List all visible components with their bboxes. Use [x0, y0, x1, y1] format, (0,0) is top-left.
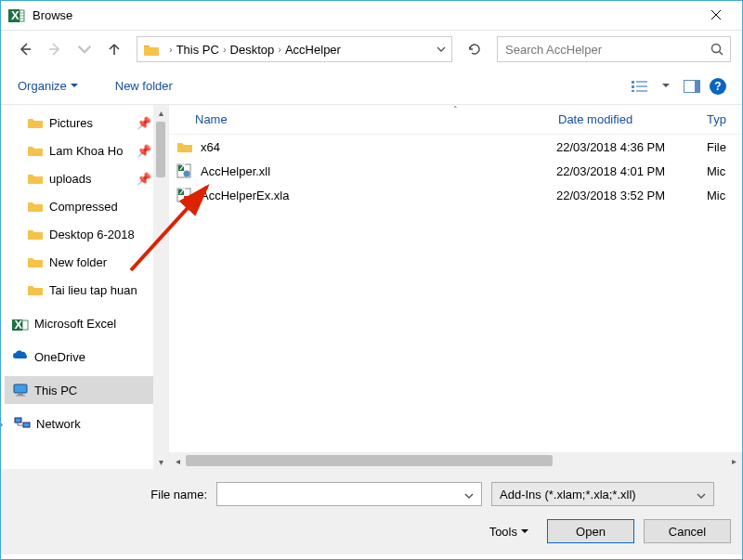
main-area: Pictures 📌 Lam Khoa Ho 📌 uploads 📌 Compr…: [1, 105, 742, 469]
svg-text:X: X: [15, 318, 23, 332]
tree-item-network[interactable]: › Network: [5, 410, 153, 437]
excel-icon: X: [12, 317, 29, 330]
new-folder-label: New folder: [115, 79, 173, 93]
file-name: x64: [201, 140, 556, 154]
cancel-label: Cancel: [669, 525, 706, 539]
scroll-thumb[interactable]: [156, 122, 165, 177]
column-name[interactable]: Name: [176, 112, 558, 126]
recent-dropdown[interactable]: [72, 36, 98, 62]
window-title: Browse: [33, 8, 697, 22]
onedrive-icon: [12, 350, 29, 363]
excel-icon: X: [8, 7, 25, 24]
title-bar: X Browse: [1, 1, 742, 31]
svg-text:X: X: [11, 8, 20, 22]
tree-item-label: Compressed: [49, 200, 118, 214]
back-button[interactable]: [12, 36, 38, 62]
command-bar: Organize New folder ?: [1, 68, 742, 105]
scroll-track[interactable]: [186, 455, 725, 466]
tree-item[interactable]: Compressed: [5, 192, 153, 220]
file-row-folder[interactable]: x64 22/03/2018 4:36 PM File: [169, 135, 742, 159]
tree-item-excel[interactable]: X Microsoft Excel: [5, 309, 153, 337]
folder-icon: [143, 43, 160, 56]
file-date: 22/03/2018 4:01 PM: [556, 164, 707, 178]
tree-item[interactable]: Tai lieu tap huan: [5, 276, 153, 304]
svg-rect-35: [184, 196, 189, 201]
folder-icon: [27, 255, 44, 268]
preview-pane-button[interactable]: [679, 73, 705, 99]
breadcrumb[interactable]: › This PC › Desktop › AccHelper: [137, 36, 452, 62]
tree-item[interactable]: Desktop 6-2018: [5, 220, 153, 248]
chevron-down-icon[interactable]: [461, 488, 477, 501]
view-dropdown[interactable]: [653, 73, 679, 99]
tree-item-label: OneDrive: [34, 350, 85, 364]
scroll-right-icon[interactable]: ▸: [725, 456, 742, 466]
tree-view[interactable]: Pictures 📌 Lam Khoa Ho 📌 uploads 📌 Compr…: [1, 105, 153, 441]
file-type: Mic: [707, 189, 735, 202]
folder-icon: [27, 200, 44, 213]
help-icon: ?: [710, 78, 726, 95]
open-button[interactable]: Open: [547, 519, 634, 543]
organize-menu[interactable]: Organize: [12, 75, 84, 97]
file-type-filter[interactable]: Add-Ins (*.xlam;*.xla;*.xll): [491, 482, 714, 506]
svg-rect-27: [23, 423, 30, 427]
svg-rect-23: [14, 384, 27, 393]
breadcrumb-segment[interactable]: This PC: [176, 43, 219, 57]
navigation-pane: Pictures 📌 Lam Khoa Ho 📌 uploads 📌 Compr…: [1, 105, 168, 469]
file-type: Mic: [707, 164, 735, 178]
tree-item-onedrive[interactable]: OneDrive: [5, 343, 153, 371]
refresh-button[interactable]: [462, 36, 488, 62]
tree-item-label: Lam Khoa Ho: [49, 144, 124, 158]
tree-item-label: Desktop 6-2018: [49, 228, 135, 241]
filename-input[interactable]: [221, 487, 461, 502]
file-row-xll[interactable]: X AccHelper.xll 22/03/2018 4:01 PM Mic: [169, 159, 742, 183]
open-label: Open: [576, 525, 606, 539]
horizontal-scrollbar[interactable]: ◂ ▸: [169, 452, 742, 469]
tree-item-thispc[interactable]: This PC: [5, 376, 153, 404]
close-button[interactable]: [697, 7, 735, 24]
help-button[interactable]: ?: [705, 73, 731, 99]
chevron-right-icon: ›: [278, 44, 281, 55]
file-row-xla[interactable]: X AccHelperEx.xla 22/03/2018 3:52 PM Mic: [169, 183, 742, 207]
sort-indicator-icon: ˄: [453, 105, 458, 114]
breadcrumb-segment[interactable]: AccHelper: [285, 43, 341, 57]
scroll-down-icon[interactable]: ▾: [153, 454, 168, 469]
folder-icon: [27, 228, 44, 241]
up-button[interactable]: [101, 36, 127, 62]
new-folder-button[interactable]: New folder: [110, 75, 178, 97]
tree-item-label: Pictures: [49, 116, 93, 130]
pin-icon: 📌: [137, 116, 150, 130]
scroll-left-icon[interactable]: ◂: [169, 456, 186, 466]
network-icon: [14, 417, 31, 430]
nav-bar: › This PC › Desktop › AccHelper: [1, 31, 742, 68]
tools-menu[interactable]: Tools: [489, 525, 528, 539]
column-type[interactable]: Typ: [707, 112, 735, 126]
file-name: AccHelperEx.xla: [201, 189, 556, 202]
tree-item-pictures[interactable]: Pictures 📌: [5, 109, 153, 137]
search-field[interactable]: [503, 42, 710, 58]
file-name: AccHelper.xll: [201, 164, 556, 178]
filename-combo[interactable]: [216, 482, 482, 506]
tree-item[interactable]: New folder: [5, 248, 153, 276]
breadcrumb-dropdown[interactable]: [437, 46, 446, 52]
cancel-button[interactable]: Cancel: [644, 519, 731, 543]
file-list[interactable]: x64 22/03/2018 4:36 PM File X AccHelper.…: [169, 135, 742, 452]
column-header[interactable]: ˄ Name Date modified Typ: [169, 105, 742, 135]
tree-item[interactable]: Lam Khoa Ho 📌: [5, 137, 153, 164]
scroll-up-icon[interactable]: ▴: [153, 105, 168, 120]
tree-item[interactable]: uploads 📌: [5, 164, 153, 192]
forward-button[interactable]: [42, 36, 68, 62]
svg-line-11: [720, 52, 723, 56]
chevron-down-icon: [697, 488, 706, 501]
folder-icon: [27, 172, 44, 185]
sidebar-scrollbar[interactable]: ▴ ▾: [153, 105, 168, 469]
chevron-right-icon[interactable]: ›: [1, 417, 8, 431]
file-list-pane: ˄ Name Date modified Typ x64 22/03/2018 …: [168, 105, 742, 469]
view-options-button[interactable]: [627, 73, 653, 99]
organize-label: Organize: [18, 79, 67, 93]
column-date[interactable]: Date modified: [558, 112, 707, 126]
breadcrumb-segment[interactable]: Desktop: [230, 43, 275, 57]
scroll-thumb[interactable]: [186, 455, 553, 466]
folder-icon: [27, 283, 44, 296]
tree-item-label: New folder: [49, 255, 107, 269]
search-input[interactable]: [497, 36, 731, 62]
